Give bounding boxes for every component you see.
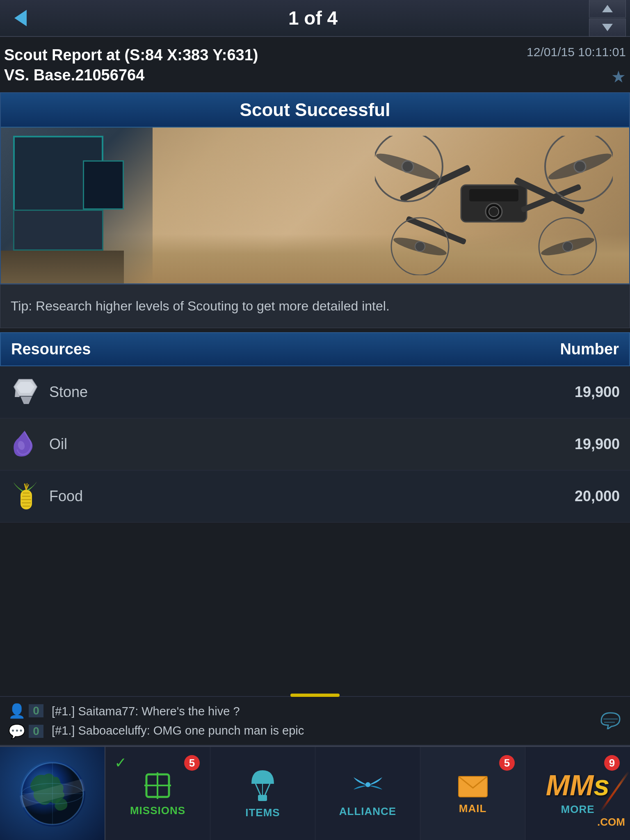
resource-row-food: Food 20,000 [0,470,630,523]
nav-item-more[interactable]: 9 MMs .COM MORE [525,747,630,840]
mail-badge: 5 [499,755,515,771]
scroll-indicator [290,694,340,697]
chat-icons-left: 👤 0 💬 0 [8,703,43,740]
alliance-label: ALLIANCE [339,805,396,818]
svg-rect-4 [469,189,518,201]
tip-text: Tip: Research higher levels of Scouting … [11,297,619,315]
svg-line-46 [256,784,260,795]
nav-item-items[interactable]: ITEMS [210,747,315,840]
chat-message-2: [#1.] Saboaceluffy: OMG one punch man is… [52,721,591,740]
nav-item-mail[interactable]: 5 MAIL [420,747,525,840]
stone-resource-icon [10,378,39,406]
scout-banner: Scout Successful [0,92,630,284]
chat-message-1: [#1.] Saitama77: Where's the hive ? [52,702,591,721]
chat-badge-1: 0 [29,704,43,717]
report-date: 12/01/15 10:11:01 [527,45,626,59]
more-badge: 9 [604,755,620,771]
missions-label: MISSIONS [130,804,185,817]
resources-table-header: Resources Number [0,332,630,366]
svg-line-47 [265,784,270,795]
report-title-line1: Scout Report at (S:84 X:383 Y:631) [4,45,258,65]
globe-icon [20,761,85,826]
oil-label: Oil [49,436,67,453]
report-header: Scout Report at (S:84 X:383 Y:631) VS. B… [0,37,630,92]
scout-banner-title: Scout Successful [1,93,629,128]
resource-left-stone: Stone [10,378,88,406]
resources-col-header: Resources [11,340,91,358]
svg-marker-26 [21,397,32,404]
stone-label: Stone [49,383,88,401]
page-counter: 1 of 4 [37,7,589,29]
resource-row-stone: Stone 19,900 [0,366,630,418]
svg-marker-0 [14,10,27,26]
food-label: Food [49,488,83,505]
number-col-header: Number [560,340,619,358]
nav-arrows [589,0,626,37]
mmos-logo: MMs [546,769,610,801]
tip-box: Tip: Research higher levels of Scouting … [0,284,630,328]
oil-resource-icon [10,430,39,459]
nav-item-missions[interactable]: ✓ 5 MISSIONS [105,747,210,840]
person-icon: 👤 [8,703,25,719]
chat-badge-2: 0 [29,725,43,738]
bottom-nav: ✓ 5 MISSIONS ITEMS ALLIANCE [0,746,630,840]
svg-point-50 [365,782,370,787]
missions-check-icon: ✓ [114,754,127,772]
top-nav: 1 of 4 [0,0,630,37]
mmos-com-label: .COM [597,816,625,829]
oil-value: 19,900 [575,436,620,453]
missions-badge: 5 [184,755,200,771]
svg-marker-2 [602,24,613,31]
report-title-line2: VS. Base.21056764 [4,65,258,85]
svg-point-13 [402,161,413,172]
nav-up-button[interactable] [589,0,626,18]
nav-item-globe[interactable] [0,747,105,840]
report-star-icon[interactable]: ★ [611,67,626,86]
resource-row-oil: Oil 19,900 [0,418,630,470]
mail-label: MAIL [459,802,487,815]
svg-point-19 [415,242,425,251]
scout-banner-image [1,128,629,283]
chat-bubble-icon: 💬 [8,723,25,740]
resource-left-food: Food [10,482,83,511]
svg-rect-49 [258,795,267,801]
svg-point-22 [563,242,573,251]
food-value: 20,000 [575,488,620,505]
food-resource-icon [10,482,39,511]
nav-item-alliance[interactable]: ALLIANCE [315,747,420,840]
alliance-chat-icon [599,711,622,731]
resources-table: Resources Number Stone 19,900 [0,332,630,523]
back-button[interactable] [4,4,37,32]
resource-left-oil: Oil [10,430,67,459]
more-label: MORE [561,803,595,816]
svg-point-16 [574,161,586,172]
items-label: ITEMS [245,806,280,819]
nav-down-button[interactable] [589,18,626,37]
chat-messages[interactable]: [#1.] Saitama77: Where's the hive ? [#1.… [52,702,591,740]
stone-value: 19,900 [575,383,620,401]
svg-point-6 [489,207,499,217]
chat-bar: 👤 0 💬 0 [#1.] Saitama77: Where's the hiv… [0,696,630,746]
svg-marker-1 [602,5,613,12]
